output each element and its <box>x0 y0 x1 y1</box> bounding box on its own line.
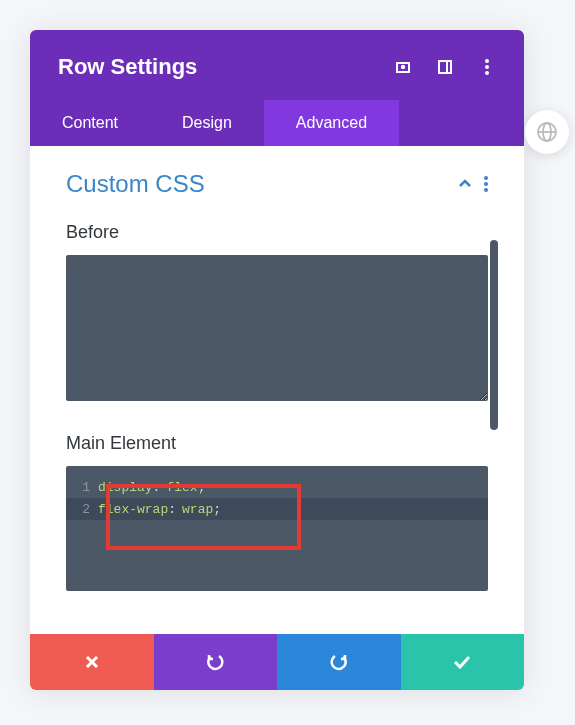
panel-icon[interactable] <box>436 58 454 76</box>
modal-title: Row Settings <box>58 54 197 80</box>
row-settings-modal: Row Settings <box>30 30 524 690</box>
svg-point-5 <box>485 65 489 69</box>
code-property: flex-wrap <box>98 502 168 517</box>
more-icon[interactable] <box>478 58 496 76</box>
code-colon: : <box>153 480 161 495</box>
code-semicolon: ; <box>213 502 221 517</box>
code-semicolon: ; <box>198 480 206 495</box>
scrollbar[interactable] <box>490 240 498 430</box>
save-button[interactable] <box>401 634 525 690</box>
main-element-label: Main Element <box>66 433 488 454</box>
modal-header: Row Settings <box>30 30 524 100</box>
before-label: Before <box>66 222 488 243</box>
tab-design[interactable]: Design <box>150 100 264 146</box>
code-line: 1 display: flex; <box>72 476 482 498</box>
collapse-icon[interactable] <box>458 179 472 189</box>
close-button[interactable] <box>30 634 154 690</box>
redo-button[interactable] <box>277 634 401 690</box>
footer-actions <box>30 634 524 690</box>
globe-icon[interactable] <box>525 110 569 154</box>
code-line: 2 flex-wrap: wrap; <box>66 498 488 520</box>
svg-point-4 <box>485 59 489 63</box>
svg-point-1 <box>402 66 404 68</box>
svg-point-7 <box>484 176 488 180</box>
svg-point-9 <box>484 188 488 192</box>
svg-point-8 <box>484 182 488 186</box>
tab-advanced[interactable]: Advanced <box>264 100 399 146</box>
section-header: Custom CSS <box>66 170 488 198</box>
main-element-editor[interactable]: 1 display: flex; 2 flex-wrap: wrap; <box>66 466 488 591</box>
code-colon: : <box>168 502 176 517</box>
tab-content[interactable]: Content <box>30 100 150 146</box>
undo-button[interactable] <box>154 634 278 690</box>
svg-point-6 <box>485 71 489 75</box>
line-number: 1 <box>72 480 90 495</box>
code-property: display <box>98 480 153 495</box>
section-title: Custom CSS <box>66 170 205 198</box>
code-value: wrap <box>182 502 213 517</box>
svg-rect-2 <box>439 61 451 73</box>
section-more-icon[interactable] <box>484 176 488 192</box>
expand-icon[interactable] <box>394 58 412 76</box>
code-value: flex <box>166 480 197 495</box>
content-panel: Custom CSS Before Main Ele <box>30 146 524 634</box>
line-number: 2 <box>72 502 90 517</box>
header-icons <box>394 58 496 76</box>
tabs-bar: Content Design Advanced <box>30 100 524 146</box>
section-controls <box>458 176 488 192</box>
before-textarea[interactable] <box>66 255 488 401</box>
